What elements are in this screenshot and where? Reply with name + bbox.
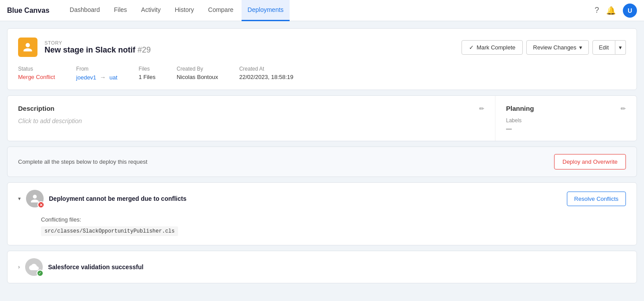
nav-files[interactable]: Files xyxy=(108,0,134,21)
chevron-down-icon: ▾ xyxy=(579,44,582,51)
story-header: STORY New stage in Slack notif #29 ✓ Mar… xyxy=(18,38,626,57)
story-number: #29 xyxy=(138,45,151,54)
brand-logo: Blue Canvas xyxy=(7,7,49,15)
description-placeholder[interactable]: Click to add description xyxy=(18,117,484,124)
nav-right: ? 🔔 U xyxy=(595,4,637,18)
salesforce-icon-wrap: ✓ xyxy=(25,258,43,276)
edit-group: Edit ▾ xyxy=(592,40,626,55)
planning-header: Planning ✏ xyxy=(506,105,626,112)
conflicting-files-label: Conflicting files: xyxy=(41,216,626,223)
planning-edit-icon[interactable]: ✏ xyxy=(621,105,626,112)
resolve-conflicts-button[interactable]: Resolve Conflicts xyxy=(567,192,626,206)
salesforce-section: › ✓ Salesforce validation successful xyxy=(7,251,637,283)
chevron-right-icon: › xyxy=(18,264,20,270)
from-branch-link[interactable]: joedev1 xyxy=(76,74,97,81)
story-card: STORY New stage in Slack notif #29 ✓ Mar… xyxy=(7,28,637,90)
meta-status: Status Merge Conflict xyxy=(18,66,55,80)
conflict-body: Conflicting files: src/classes/SlackOppo… xyxy=(7,214,637,245)
meta-created-by: Created By Nicolas Bontoux xyxy=(177,66,218,80)
description-section: Description ✏ Click to add description xyxy=(7,96,495,141)
conflict-header[interactable]: ▾ ✕ Deployment cannot be merged due to c… xyxy=(7,183,637,214)
salesforce-title: Salesforce validation successful xyxy=(48,263,626,271)
deploy-message: Complete all the steps below to deploy t… xyxy=(18,158,147,165)
checkmark-icon: ✓ xyxy=(469,44,474,51)
story-title: New stage in Slack notif #29 xyxy=(45,45,462,55)
conflict-section: ▾ ✕ Deployment cannot be merged due to c… xyxy=(7,182,637,245)
nav-compare[interactable]: Compare xyxy=(202,0,240,21)
nav-activity[interactable]: Activity xyxy=(135,0,167,21)
description-edit-icon[interactable]: ✏ xyxy=(479,105,484,112)
planning-title: Planning xyxy=(506,105,534,112)
status-badge: Merge Conflict xyxy=(18,74,55,80)
nav-deployments[interactable]: Deployments xyxy=(242,0,290,21)
nav-history[interactable]: History xyxy=(168,0,200,21)
planning-section: Planning ✏ Labels — xyxy=(495,96,637,141)
meta-files: Files 1 Files xyxy=(138,66,155,80)
nav-dashboard[interactable]: Dashboard xyxy=(63,0,106,21)
review-changes-button[interactable]: Review Changes ▾ xyxy=(526,40,588,55)
meta-row: Status Merge Conflict From joedev1 → uat… xyxy=(18,66,626,81)
mark-complete-button[interactable]: ✓ Mark Complete xyxy=(462,40,523,55)
deploy-bar: Complete all the steps below to deploy t… xyxy=(7,147,637,177)
conflict-error-badge: ✕ xyxy=(37,201,45,208)
page-content: STORY New stage in Slack notif #29 ✓ Mar… xyxy=(0,21,644,290)
user-avatar[interactable]: U xyxy=(623,4,637,18)
story-type-label: STORY xyxy=(45,40,462,45)
planning-labels-label: Labels xyxy=(506,117,626,124)
story-title-area: STORY New stage in Slack notif #29 xyxy=(45,40,462,55)
planning-labels-value: — xyxy=(506,125,626,132)
conflict-title: Deployment cannot be merged due to confl… xyxy=(49,195,562,202)
to-branch-link[interactable]: uat xyxy=(109,74,117,81)
conflicting-file: src/classes/SlackOpportunityPublisher.cl… xyxy=(41,226,178,236)
help-icon[interactable]: ? xyxy=(595,6,599,15)
topnav: Blue Canvas Dashboard Files Activity His… xyxy=(0,0,644,21)
story-icon-wrap xyxy=(18,38,37,57)
conflict-icon-wrap: ✕ xyxy=(26,190,44,207)
description-header: Description ✏ xyxy=(18,105,484,112)
description-planning-card: Description ✏ Click to add description P… xyxy=(7,95,637,141)
chevron-down-icon: ▾ xyxy=(18,196,21,202)
meta-from-to: From joedev1 → uat xyxy=(76,66,118,81)
arrow-icon: → xyxy=(100,74,106,81)
nav-items: Dashboard Files Activity History Compare… xyxy=(63,0,595,21)
meta-created-at: Created At 22/02/2023, 18:58:19 xyxy=(239,66,294,80)
edit-dropdown-button[interactable]: ▾ xyxy=(615,40,626,55)
story-actions: ✓ Mark Complete Review Changes ▾ Edit ▾ xyxy=(462,40,626,55)
deploy-overwrite-button[interactable]: Deploy and Overwrite xyxy=(554,154,626,169)
story-icon xyxy=(22,42,33,53)
salesforce-success-badge: ✓ xyxy=(37,270,44,277)
notifications-icon[interactable]: 🔔 xyxy=(606,6,616,15)
description-title: Description xyxy=(18,105,55,112)
edit-button[interactable]: Edit xyxy=(592,40,615,55)
salesforce-header[interactable]: › ✓ Salesforce validation successful xyxy=(7,251,637,283)
